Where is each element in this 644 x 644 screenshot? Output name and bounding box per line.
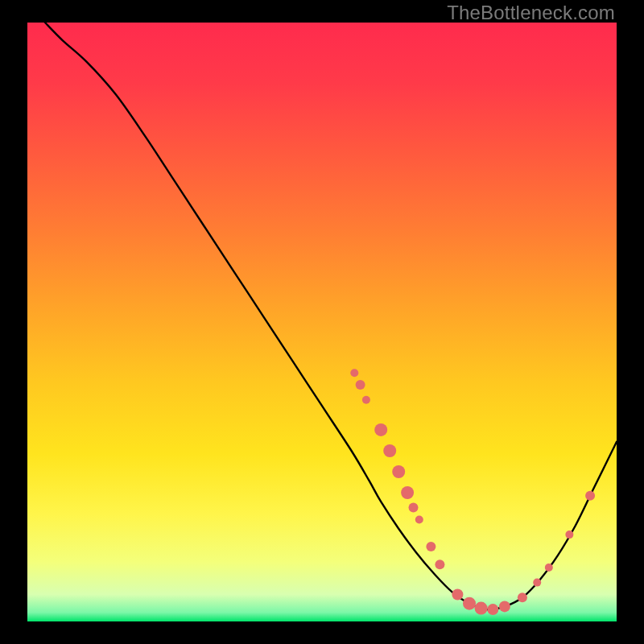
marker-dot (374, 423, 387, 436)
marker-dot (356, 380, 365, 390)
marker-dot (518, 592, 527, 602)
marker-dot (392, 465, 405, 478)
marker-dot (415, 516, 423, 524)
marker-dot (545, 564, 553, 572)
marker-dot (426, 542, 436, 551)
marker-dot (533, 579, 541, 587)
chart-frame (27, 23, 617, 621)
watermark-text: TheBottleneck.com (447, 2, 615, 24)
marker-dot (435, 559, 444, 569)
marker-dot (409, 503, 419, 513)
marker-dot (585, 491, 595, 501)
marker-dot (499, 601, 510, 612)
marker-dot (383, 444, 396, 457)
gradient-background (27, 23, 617, 621)
marker-dot (487, 604, 498, 615)
marker-dot (463, 597, 476, 610)
chart-svg (27, 23, 617, 621)
marker-dot (452, 589, 463, 601)
marker-dot (565, 530, 573, 539)
marker-dot (362, 396, 370, 404)
marker-dot (475, 602, 488, 615)
marker-dot (401, 486, 414, 499)
marker-dot (350, 369, 358, 377)
